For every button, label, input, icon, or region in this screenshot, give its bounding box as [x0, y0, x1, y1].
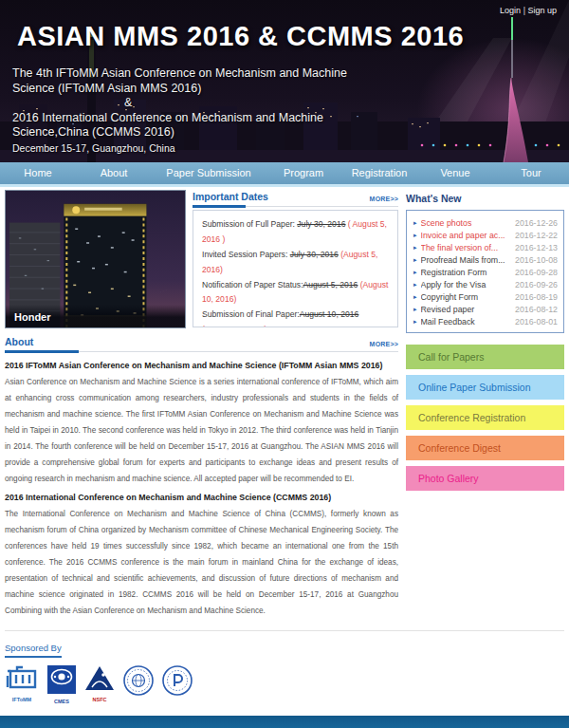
cmes-logo[interactable]: CMES: [47, 665, 76, 704]
news-label[interactable]: Copyright Form: [421, 292, 515, 302]
about-paragraph-ccmms: The International Conference on Mechanis…: [5, 506, 398, 619]
date-label: Submission of Final Paper:: [202, 309, 300, 319]
iftomm-logo-caption: IFToMM: [5, 697, 39, 702]
nav-item-paper-submission[interactable]: Paper Submission: [152, 162, 266, 184]
news-date: 2016-12-26: [515, 218, 558, 228]
conference-dates: December 15-17, Guangzhou, China: [12, 142, 367, 155]
date-item: Submission of Full Paper: July 30, 2016 …: [202, 217, 389, 248]
hero-banner: Login | Sign up ASIAN MMS 2016 & CCMMS 2…: [0, 0, 569, 162]
society-seal-logo[interactable]: [123, 665, 154, 700]
news-item[interactable]: ▸The final version of...2016-12-13: [413, 242, 558, 254]
news-item[interactable]: ▸Copyright Form2016-08-19: [413, 290, 558, 303]
important-dates-more-link[interactable]: MORE>>: [370, 196, 398, 202]
society-seal-icon: [123, 665, 154, 696]
news-label[interactable]: Invoice and paper ac...: [421, 231, 515, 240]
nav-item-registration[interactable]: Registration: [341, 162, 417, 184]
whats-new-box: ▸Scene photos2016-12-26 ▸Invoice and pap…: [406, 210, 564, 333]
bullet-arrow-icon: ▸: [413, 256, 417, 264]
bullet-arrow-icon: ▸: [413, 281, 417, 289]
quick-link-photo-gallery[interactable]: Photo Gallery: [406, 466, 564, 491]
conference-subtitle-2: 2016 International Conference on Mechani…: [12, 111, 367, 140]
news-date: 2016-09-26: [515, 280, 558, 289]
login-link[interactable]: Login: [500, 6, 521, 15]
important-dates-title: Important Dates: [193, 191, 268, 202]
signup-link[interactable]: Sign up: [527, 6, 557, 15]
nav-item-tour[interactable]: Tour: [493, 162, 569, 184]
bullet-arrow-icon: ▸: [413, 306, 417, 313]
important-dates-box: Submission of Full Paper: July 30, 2016 …: [193, 210, 398, 327]
bullet-arrow-icon: ▸: [413, 269, 417, 276]
date-label: Notification of Paper Status:: [202, 280, 303, 289]
old-date: July 30, 2016: [297, 219, 345, 229]
banner-caption: Honder: [6, 305, 185, 327]
hero-subtitle-block: The 4th IFToMM Asian Conference on Mecha…: [12, 66, 367, 155]
footer: Home|About|Paper Submission|Program|Regi…: [0, 716, 569, 728]
news-label[interactable]: The final version of...: [421, 243, 515, 252]
bullet-arrow-icon: ▸: [413, 219, 417, 227]
about-heading-asian-mms: 2016 IFToMM Asian Conference on Mechanis…: [5, 358, 398, 374]
news-label[interactable]: Scene photos: [421, 218, 515, 228]
nsfc-logo-icon: [84, 665, 115, 692]
important-dates-section: Important Dates MORE>> Submission of Ful…: [193, 190, 398, 328]
sponsor-logos: IFToMM CMES NSFC: [5, 665, 564, 704]
nav-item-about[interactable]: About: [76, 162, 152, 184]
date-item: Invited Session Papers: July 30, 2016 (A…: [202, 248, 389, 278]
bullet-arrow-icon: ▸: [413, 244, 417, 252]
news-date: 2016-12-13: [515, 243, 558, 252]
news-date: 2016-08-12: [515, 305, 558, 314]
news-item[interactable]: ▸Scene photos2016-12-26: [413, 217, 558, 230]
old-date: August 10, 2016: [300, 309, 359, 319]
bullet-arrow-icon: ▸: [413, 293, 417, 301]
news-label[interactable]: Registration Form: [421, 268, 515, 277]
news-date: 2016-10-08: [515, 255, 558, 265]
institute-seal-logo[interactable]: [162, 665, 193, 700]
news-label[interactable]: Proofread Mails from...: [421, 255, 515, 265]
quick-link-conference-registration[interactable]: Conference Registration: [406, 405, 564, 430]
quick-link-online-paper-submission[interactable]: Online Paper Submission: [406, 375, 564, 400]
news-item[interactable]: ▸Revised paper2016-08-12: [413, 303, 558, 315]
about-more-link[interactable]: MORE>>: [370, 341, 398, 347]
quick-link-call-for-papers[interactable]: Call for Papers: [406, 345, 564, 369]
news-date: 2016-12-22: [515, 231, 558, 240]
right-column: What's New ▸Scene photos2016-12-26 ▸Invo…: [406, 190, 564, 619]
sponsors-section: Sponsored By IFToMM: [5, 630, 564, 704]
about-section: About MORE>> 2016 IFToMM Asian Conferenc…: [5, 335, 398, 619]
news-date: 2016-08-19: [515, 292, 558, 302]
whats-new-title: What's New: [406, 190, 564, 210]
main-nav: Home About Paper Submission Program Regi…: [0, 162, 569, 184]
iftomm-logo-icon: [5, 665, 39, 692]
news-item[interactable]: ▸Proofread Mails from...2016-10-08: [413, 254, 558, 267]
hotel-banner[interactable]: · · · Honder: [5, 190, 186, 328]
top-row: · · · Honder Important Dates MORE>> Subm…: [5, 190, 398, 328]
news-label[interactable]: Mail Feedback: [421, 317, 515, 327]
account-bar: Login | Sign up: [500, 6, 557, 15]
cmes-logo-icon: [47, 665, 76, 694]
sponsored-by-title: Sponsored By: [5, 643, 62, 658]
nav-item-program[interactable]: Program: [266, 162, 341, 184]
about-title: About: [5, 336, 33, 347]
cmes-logo-caption: CMES: [47, 699, 76, 704]
date-label: Invited Session Papers:: [202, 250, 290, 259]
nsfc-logo[interactable]: NSFC: [84, 665, 115, 702]
news-label[interactable]: Revised paper: [421, 305, 515, 314]
old-date: July 30, 2016: [290, 250, 339, 259]
news-label[interactable]: Apply for the Visa: [421, 280, 515, 289]
news-item[interactable]: ▸Invoice and paper ac...2016-12-22: [413, 230, 558, 242]
site-title: ASIAN MMS 2016 & CCMMS 2016: [17, 23, 569, 50]
news-item[interactable]: ▸Mail Feedback2016-08-01: [413, 315, 558, 327]
about-header: About MORE>>: [5, 335, 398, 352]
news-item[interactable]: ▸Apply for the Visa2016-09-26: [413, 278, 558, 290]
quick-link-conference-digest[interactable]: Conference Digest: [406, 436, 564, 460]
nav-item-venue[interactable]: Venue: [417, 162, 493, 184]
news-item[interactable]: ▸Registration Form2016-09-28: [413, 267, 558, 279]
nsfc-logo-caption: NSFC: [84, 697, 115, 702]
important-dates-header: Important Dates MORE>>: [193, 190, 398, 207]
content-area: · · · Honder Important Dates MORE>> Subm…: [0, 187, 569, 619]
old-date: August 5, 2016: [303, 280, 358, 289]
iftomm-logo[interactable]: IFToMM: [5, 665, 39, 702]
institute-seal-icon: [162, 665, 193, 696]
conference-subtitle-1: The 4th IFToMM Asian Conference on Mecha…: [12, 66, 367, 96]
nav-item-home[interactable]: Home: [0, 162, 76, 184]
news-date: 2016-09-28: [515, 268, 558, 277]
new-date: (August 15, 2016): [202, 325, 266, 327]
